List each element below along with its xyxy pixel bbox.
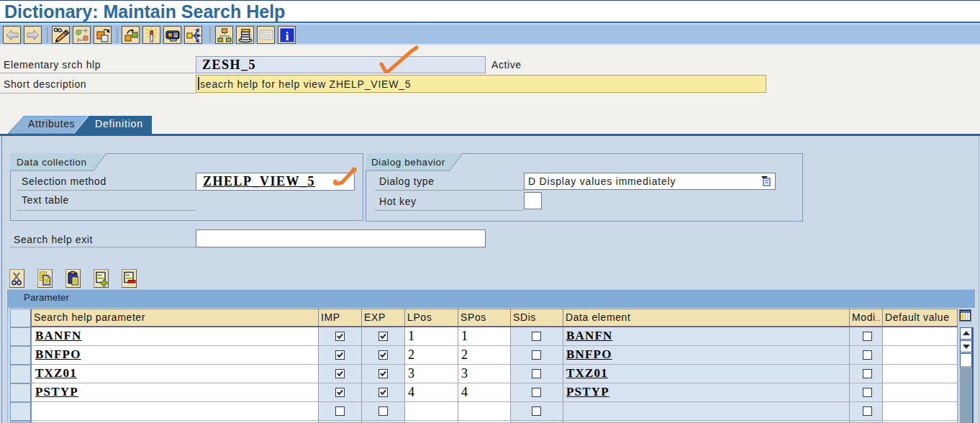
svg-text:i: i [286, 29, 289, 43]
